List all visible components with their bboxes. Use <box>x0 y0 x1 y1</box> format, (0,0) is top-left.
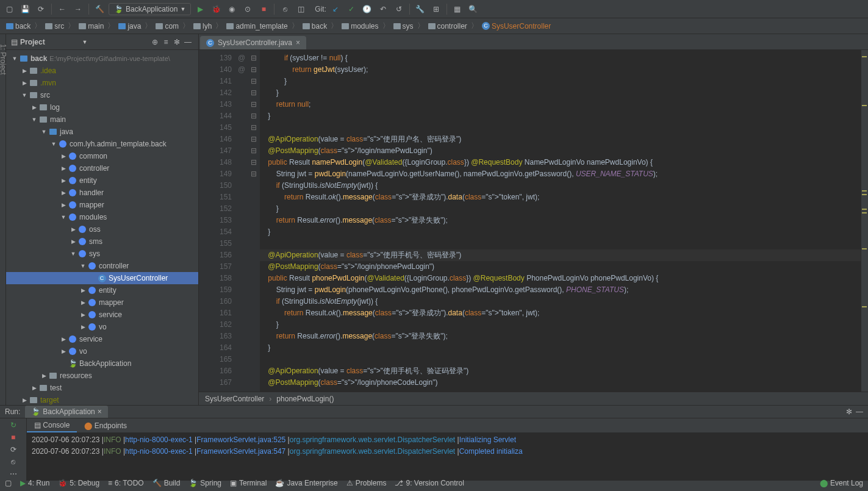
tree-item[interactable]: oss <box>6 223 198 235</box>
console-output[interactable]: 2020-07-06 20:07:23 |INFO |http-nio-8000… <box>27 433 868 481</box>
breadcrumb-item[interactable]: lyh <box>191 21 214 31</box>
locate-icon[interactable]: ⊕ <box>149 38 160 46</box>
tree-item[interactable]: sms <box>6 235 198 248</box>
breadcrumb-item[interactable]: main <box>76 21 106 31</box>
tree-item[interactable]: service <box>6 333 198 345</box>
breadcrumb-item[interactable]: java <box>116 21 143 31</box>
tree-item[interactable]: .idea <box>6 65 198 77</box>
gear-icon[interactable]: ✻ <box>171 38 182 46</box>
wrench-icon[interactable]: 🔧 <box>414 2 427 16</box>
error-stripe[interactable] <box>861 50 868 392</box>
breadcrumb-item[interactable]: src <box>43 21 66 31</box>
tree-item[interactable]: handler <box>6 187 198 199</box>
coverage-icon[interactable]: ◉ <box>225 2 239 16</box>
vcs-tool-button[interactable]: ⎇9: Version Control <box>395 479 464 487</box>
run-icon[interactable]: ▶ <box>193 2 207 16</box>
build-icon[interactable]: 🔨 <box>93 2 106 16</box>
git-commit-icon[interactable]: ✓ <box>345 2 358 16</box>
exit-icon[interactable]: ⎋ <box>11 457 15 466</box>
breadcrumb-item[interactable]: back <box>300 21 329 31</box>
problems-tool-button[interactable]: ⚠Problems <box>346 479 387 487</box>
tree-item[interactable]: log <box>6 101 198 113</box>
avatar-icon[interactable]: ▦ <box>451 2 464 16</box>
profile-icon[interactable]: ⊙ <box>241 2 254 16</box>
tree-item[interactable]: vo <box>6 345 198 357</box>
terminal-tool-button[interactable]: ▣Terminal <box>230 479 267 487</box>
save-icon[interactable]: 💾 <box>18 2 32 16</box>
tree-item[interactable]: target <box>6 394 198 405</box>
tree-item[interactable]: controller <box>6 260 198 272</box>
todo-tool-button[interactable]: ≡6: TODO <box>108 479 144 487</box>
tree-item[interactable]: .mvn <box>6 77 198 89</box>
tree-item[interactable]: resources <box>6 370 198 382</box>
tree-item[interactable]: entity <box>6 174 198 187</box>
rerun-icon[interactable]: ↻ <box>10 421 16 429</box>
tree-item[interactable]: vo <box>6 321 198 333</box>
tree-item[interactable]: service <box>6 309 198 321</box>
tree-item[interactable]: com.lyh.admin_template.back <box>6 138 198 150</box>
breadcrumb-class[interactable]: SysUserController <box>205 395 264 403</box>
run-config-selector[interactable]: 🍃 BackApplication ▼ <box>109 3 191 15</box>
breadcrumb-item[interactable]: controller <box>426 21 470 31</box>
close-icon[interactable]: × <box>296 38 300 47</box>
tree-item[interactable]: entity <box>6 284 198 296</box>
breadcrumb-item[interactable]: com <box>153 21 181 31</box>
breadcrumb-item[interactable]: back <box>4 21 33 31</box>
build-tool-button[interactable]: 🔨Build <box>152 479 181 487</box>
hide-icon[interactable]: — <box>182 38 193 46</box>
editor-tab[interactable]: C SysUserController.java × <box>200 36 306 49</box>
tree-item[interactable]: controller <box>6 162 198 174</box>
code-editor[interactable]: 1391401411421431441451461471481491501511… <box>199 50 868 392</box>
run-tab[interactable]: 🍃 BackApplication × <box>25 406 107 418</box>
tree-item[interactable]: java <box>6 126 198 138</box>
stop-icon[interactable]: ■ <box>257 2 270 16</box>
tree-item[interactable]: mapper <box>6 199 198 211</box>
tree-item[interactable]: backE:\myProject\myGit\admin-vue-templat… <box>6 52 198 65</box>
back-icon[interactable]: ← <box>56 2 69 16</box>
event-log-button[interactable]: ⬤Event Log <box>820 479 863 487</box>
hide-icon[interactable]: — <box>856 407 863 416</box>
tree-item[interactable]: sys <box>6 248 198 260</box>
fold-gutter: ⊟ ⊟⊟⊟ ⊟ ⊟⊟⊟ ⊟ ⊟⊟ <box>248 50 260 392</box>
expand-icon[interactable]: ≡ <box>160 38 171 46</box>
breadcrumb-method[interactable]: phonePwdLogin() <box>276 395 334 403</box>
breadcrumb-item[interactable]: modules <box>339 21 381 31</box>
git-history-icon[interactable]: 🕐 <box>360 2 374 16</box>
services-icon[interactable]: ◫ <box>294 2 307 16</box>
search-icon[interactable]: 🔍 <box>467 2 480 16</box>
git-undo-icon[interactable]: ↺ <box>392 2 406 16</box>
forward-icon[interactable]: → <box>71 2 85 16</box>
tree-item[interactable]: CSysUserController <box>6 272 198 284</box>
endpoints-tab[interactable]: ⬤ Endpoints <box>77 420 134 432</box>
tree-item[interactable]: modules <box>6 211 198 223</box>
tree-item[interactable]: 🍃BackApplication <box>6 357 198 370</box>
breadcrumb-item[interactable]: admin_template <box>224 21 290 31</box>
debug-tool-button[interactable]: 🐞5: Debug <box>58 479 99 487</box>
breadcrumb-item[interactable]: CSysUserController <box>479 21 553 31</box>
spring-tool-button[interactable]: 🍃Spring <box>188 479 221 487</box>
git-rollback-icon[interactable]: ↶ <box>376 2 390 16</box>
tool-indicator[interactable]: ▢ <box>5 479 12 487</box>
console-tab[interactable]: ▤ Console <box>27 419 77 432</box>
tree-item[interactable]: mapper <box>6 296 198 309</box>
restart-icon[interactable]: ⟳ <box>10 445 16 454</box>
structure-icon[interactable]: ⊞ <box>429 2 443 16</box>
debug-icon[interactable]: 🐞 <box>209 2 223 16</box>
tree-item[interactable]: main <box>6 113 198 126</box>
code-content[interactable]: if (sysUser != null) { return getJwt(sys… <box>260 50 861 392</box>
git-update-icon[interactable]: ↙ <box>329 2 342 16</box>
attach-icon[interactable]: ⎋ <box>278 2 292 16</box>
tree-item[interactable]: test <box>6 382 198 394</box>
run-tool-button[interactable]: ▶4: Run <box>20 479 49 487</box>
sync-icon[interactable]: ⟳ <box>34 2 48 16</box>
javaee-tool-button[interactable]: ☕Java Enterprise <box>275 479 337 487</box>
open-icon[interactable]: ▢ <box>2 2 16 16</box>
stop-icon[interactable]: ■ <box>11 433 15 442</box>
close-icon[interactable]: × <box>98 407 102 416</box>
tree-item[interactable]: src <box>6 89 198 101</box>
chevron-down-icon[interactable]: ▼ <box>82 39 88 45</box>
breadcrumb-item[interactable]: sys <box>391 21 416 31</box>
tree-item[interactable]: common <box>6 150 198 162</box>
gear-icon[interactable]: ✻ <box>846 407 852 416</box>
more-icon[interactable]: ⋯ <box>10 470 17 478</box>
